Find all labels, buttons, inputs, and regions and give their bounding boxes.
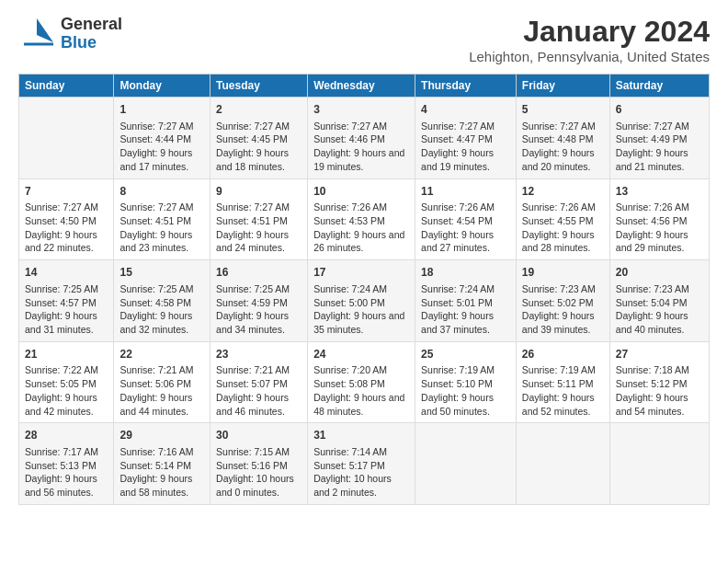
cell-info: Sunrise: 7:27 AM Sunset: 4:49 PM Dayligh…	[616, 120, 703, 174]
cell-info: Sunrise: 7:24 AM Sunset: 5:01 PM Dayligh…	[421, 282, 510, 337]
cell-w3-d0: 21Sunrise: 7:22 AM Sunset: 5:05 PM Dayli…	[19, 341, 114, 423]
cell-info: Sunrise: 7:27 AM Sunset: 4:50 PM Dayligh…	[25, 201, 108, 255]
cell-w3-d1: 22Sunrise: 7:21 AM Sunset: 5:06 PM Dayli…	[114, 341, 210, 423]
cell-info: Sunrise: 7:20 AM Sunset: 5:08 PM Dayligh…	[313, 363, 409, 418]
cell-info: Sunrise: 7:27 AM Sunset: 4:51 PM Dayligh…	[119, 201, 204, 255]
day-number: 24	[313, 347, 409, 362]
day-number: 13	[616, 184, 703, 200]
week-row-0: 1Sunrise: 7:27 AM Sunset: 4:44 PM Daylig…	[19, 98, 710, 179]
cell-info: Sunrise: 7:24 AM Sunset: 5:00 PM Dayligh…	[313, 282, 409, 337]
col-sunday: Sunday	[19, 75, 114, 98]
col-saturday: Saturday	[609, 75, 709, 98]
cell-w2-d0: 14Sunrise: 7:25 AM Sunset: 4:57 PM Dayli…	[19, 260, 114, 342]
cell-w0-d4: 4Sunrise: 7:27 AM Sunset: 4:47 PM Daylig…	[415, 98, 517, 179]
day-number: 19	[522, 265, 604, 281]
cell-w1-d2: 9Sunrise: 7:27 AM Sunset: 4:51 PM Daylig…	[210, 178, 308, 260]
day-number: 14	[25, 265, 108, 281]
cell-info: Sunrise: 7:27 AM Sunset: 4:47 PM Dayligh…	[421, 120, 510, 174]
cell-w0-d0	[19, 98, 114, 179]
col-thursday: Thursday	[415, 75, 517, 98]
cell-info: Sunrise: 7:21 AM Sunset: 5:07 PM Dayligh…	[216, 363, 301, 418]
cell-info: Sunrise: 7:25 AM Sunset: 4:59 PM Dayligh…	[216, 282, 301, 337]
cell-info: Sunrise: 7:26 AM Sunset: 4:56 PM Dayligh…	[616, 201, 703, 255]
cell-info: Sunrise: 7:25 AM Sunset: 4:57 PM Dayligh…	[25, 282, 108, 337]
svg-marker-0	[37, 18, 53, 42]
header: General Blue January 2024 Lehighton, Pen…	[18, 15, 710, 64]
col-friday: Friday	[516, 75, 609, 98]
cell-w0-d5: 5Sunrise: 7:27 AM Sunset: 4:48 PM Daylig…	[516, 98, 609, 179]
cell-w1-d3: 10Sunrise: 7:26 AM Sunset: 4:53 PM Dayli…	[308, 178, 415, 260]
week-row-4: 28Sunrise: 7:17 AM Sunset: 5:13 PM Dayli…	[19, 423, 710, 505]
week-row-2: 14Sunrise: 7:25 AM Sunset: 4:57 PM Dayli…	[19, 260, 710, 342]
cell-info: Sunrise: 7:27 AM Sunset: 4:46 PM Dayligh…	[313, 120, 409, 174]
day-number: 25	[421, 347, 510, 362]
day-number: 8	[119, 184, 204, 200]
day-number: 28	[25, 428, 108, 443]
calendar-body: 1Sunrise: 7:27 AM Sunset: 4:44 PM Daylig…	[19, 98, 710, 505]
col-tuesday: Tuesday	[210, 75, 308, 98]
cell-w4-d5	[516, 423, 609, 505]
cell-info: Sunrise: 7:26 AM Sunset: 4:53 PM Dayligh…	[313, 201, 409, 255]
cell-info: Sunrise: 7:26 AM Sunset: 4:54 PM Dayligh…	[421, 201, 510, 255]
day-number: 22	[119, 347, 204, 362]
logo-text: General Blue	[61, 16, 122, 52]
cell-info: Sunrise: 7:27 AM Sunset: 4:44 PM Dayligh…	[119, 120, 204, 174]
cell-w3-d5: 26Sunrise: 7:19 AM Sunset: 5:11 PM Dayli…	[516, 341, 609, 423]
cell-w0-d3: 3Sunrise: 7:27 AM Sunset: 4:46 PM Daylig…	[308, 98, 415, 179]
cell-w3-d2: 23Sunrise: 7:21 AM Sunset: 5:07 PM Dayli…	[210, 341, 308, 423]
cell-w3-d4: 25Sunrise: 7:19 AM Sunset: 5:10 PM Dayli…	[415, 341, 517, 423]
cell-w1-d6: 13Sunrise: 7:26 AM Sunset: 4:56 PM Dayli…	[609, 178, 709, 260]
logo-general: General	[61, 16, 122, 34]
cell-w1-d4: 11Sunrise: 7:26 AM Sunset: 4:54 PM Dayli…	[415, 178, 517, 260]
day-number: 29	[119, 428, 204, 443]
cell-info: Sunrise: 7:25 AM Sunset: 4:58 PM Dayligh…	[119, 282, 204, 337]
cell-info: Sunrise: 7:19 AM Sunset: 5:11 PM Dayligh…	[522, 363, 604, 418]
cell-info: Sunrise: 7:19 AM Sunset: 5:10 PM Dayligh…	[421, 363, 510, 418]
cell-info: Sunrise: 7:18 AM Sunset: 5:12 PM Dayligh…	[616, 363, 703, 418]
column-header-row: Sunday Monday Tuesday Wednesday Thursday…	[19, 75, 710, 98]
logo-blue: Blue	[61, 34, 122, 52]
day-number: 4	[421, 102, 510, 118]
calendar-table: Sunday Monday Tuesday Wednesday Thursday…	[18, 74, 710, 505]
day-number: 1	[119, 102, 204, 118]
day-number: 27	[616, 347, 703, 362]
day-number: 7	[25, 184, 108, 200]
cell-w2-d3: 17Sunrise: 7:24 AM Sunset: 5:00 PM Dayli…	[308, 260, 415, 342]
cell-w4-d2: 30Sunrise: 7:15 AM Sunset: 5:16 PM Dayli…	[210, 423, 308, 505]
day-number: 10	[313, 184, 409, 200]
week-row-1: 7Sunrise: 7:27 AM Sunset: 4:50 PM Daylig…	[19, 178, 710, 260]
day-number: 3	[313, 102, 409, 118]
page-subtitle: Lehighton, Pennsylvania, United States	[469, 49, 710, 64]
day-number: 2	[216, 102, 301, 118]
day-number: 26	[522, 347, 604, 362]
cell-w4-d4	[415, 423, 517, 505]
cell-info: Sunrise: 7:15 AM Sunset: 5:16 PM Dayligh…	[216, 445, 301, 500]
day-number: 12	[522, 184, 604, 200]
cell-w0-d1: 1Sunrise: 7:27 AM Sunset: 4:44 PM Daylig…	[114, 98, 210, 179]
cell-info: Sunrise: 7:27 AM Sunset: 4:45 PM Dayligh…	[216, 120, 301, 174]
col-monday: Monday	[114, 75, 210, 98]
cell-w3-d6: 27Sunrise: 7:18 AM Sunset: 5:12 PM Dayli…	[609, 341, 709, 423]
day-number: 21	[25, 347, 108, 362]
day-number: 15	[119, 265, 204, 281]
week-row-3: 21Sunrise: 7:22 AM Sunset: 5:05 PM Dayli…	[19, 341, 710, 423]
title-block: January 2024 Lehighton, Pennsylvania, Un…	[469, 15, 710, 64]
cell-w2-d2: 16Sunrise: 7:25 AM Sunset: 4:59 PM Dayli…	[210, 260, 308, 342]
cell-info: Sunrise: 7:14 AM Sunset: 5:17 PM Dayligh…	[313, 445, 409, 500]
cell-info: Sunrise: 7:23 AM Sunset: 5:04 PM Dayligh…	[616, 282, 703, 337]
day-number: 11	[421, 184, 510, 200]
cell-info: Sunrise: 7:21 AM Sunset: 5:06 PM Dayligh…	[119, 363, 204, 418]
cell-info: Sunrise: 7:23 AM Sunset: 5:02 PM Dayligh…	[522, 282, 604, 337]
col-wednesday: Wednesday	[308, 75, 415, 98]
cell-info: Sunrise: 7:22 AM Sunset: 5:05 PM Dayligh…	[25, 363, 108, 418]
day-number: 23	[216, 347, 301, 362]
cell-info: Sunrise: 7:27 AM Sunset: 4:48 PM Dayligh…	[522, 120, 604, 174]
cell-w4-d1: 29Sunrise: 7:16 AM Sunset: 5:14 PM Dayli…	[114, 423, 210, 505]
day-number: 5	[522, 102, 604, 118]
cell-w3-d3: 24Sunrise: 7:20 AM Sunset: 5:08 PM Dayli…	[308, 341, 415, 423]
day-number: 9	[216, 184, 301, 200]
page: General Blue January 2024 Lehighton, Pen…	[0, 0, 728, 514]
cell-w2-d5: 19Sunrise: 7:23 AM Sunset: 5:02 PM Dayli…	[516, 260, 609, 342]
logo-icon	[18, 15, 57, 53]
cell-w2-d1: 15Sunrise: 7:25 AM Sunset: 4:58 PM Dayli…	[114, 260, 210, 342]
